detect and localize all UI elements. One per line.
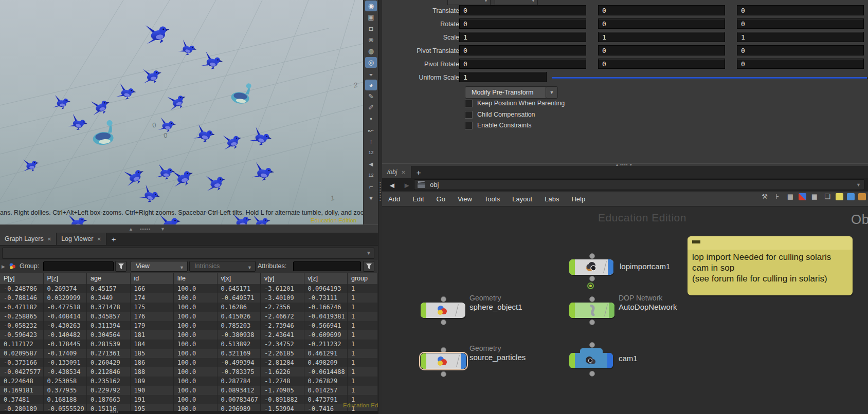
menu-labs[interactable]: Labs [538,195,565,203]
node-output-connector[interactable] [441,371,446,377]
gallery-icon[interactable] [858,193,866,200]
view-dropdown[interactable]: View ▼ [131,261,188,272]
horizontal-scrollbar[interactable]: ▪▪▪▪ [0,411,378,414]
checkbox-keep-position[interactable]: Keep Position When Parenting [465,99,565,107]
node-output-connector[interactable] [589,371,595,377]
primitive-marker-icon[interactable]: ◄ [365,159,377,170]
corner-handle-icon[interactable]: ⌐ [365,181,377,192]
hook-marker-icon[interactable]: ↜ [365,125,377,136]
checkbox-child-compensation[interactable]: Child Compensation [465,110,535,119]
parameter-field[interactable]: 0 [598,18,725,29]
sphere-shade-icon[interactable]: ◍ [365,46,377,57]
menu-go[interactable]: Go [430,195,451,203]
node-flag-badge[interactable] [587,283,594,289]
column-header[interactable]: id [131,273,174,284]
attributes-input[interactable] [293,261,361,271]
forward-arrow-icon[interactable]: ► [396,181,411,190]
table-row[interactable]: -0.596423-0.1404820.304564181100.0-0.380… [0,330,378,340]
grid-view-icon[interactable]: ▦ [810,193,819,201]
node-input-connector[interactable] [589,296,595,302]
scrollbar-handle[interactable]: ▪▪▪▪ [110,409,119,414]
parameter-field[interactable]: 1 [598,32,725,42]
node-input-connector[interactable] [441,347,446,353]
select-draw-icon[interactable]: ✎ [365,91,377,102]
node-bypass-tab[interactable] [421,353,426,369]
node-display-tab[interactable] [607,353,613,368]
expand-arrow-icon[interactable]: ▶ [2,264,5,269]
node-bypass-tab[interactable] [569,353,575,368]
add-tab-button[interactable]: + [106,233,121,245]
tab-log-viewer[interactable]: Log Viewer ✕ [57,233,106,245]
lightbulb-icon[interactable]: ◎ [365,57,377,68]
node-input-connector[interactable] [441,296,446,302]
node-input-connector[interactable] [589,342,595,348]
node-output-connector[interactable] [589,276,595,281]
group-filter-icon[interactable] [115,261,126,272]
intrinsics-dropdown[interactable]: Intrinsics ▼ [189,261,256,272]
table-row[interactable]: 0.1691810.3779350.229792190100.00.089341… [0,386,378,395]
close-icon[interactable]: ✕ [47,236,51,242]
column-header[interactable]: v[z] [304,273,348,284]
menu-tools[interactable]: Tools [478,195,506,203]
node-display-tab[interactable] [609,303,614,318]
uniform-scale-slider[interactable] [552,77,867,79]
menu-edit[interactable]: Edit [406,195,430,203]
node-display-tab[interactable] [608,259,613,275]
table-row[interactable]: -0.058232-0.4302630.311394179100.00.7852… [0,321,378,330]
menu-help[interactable]: Help [565,195,591,203]
checkbox-box[interactable] [465,111,473,119]
sticky-note-icon[interactable] [836,193,843,200]
paint-draw-icon[interactable]: ✐ [365,102,377,113]
parameter-field[interactable]: 1 [737,32,864,42]
column-header[interactable]: v[y] [261,273,304,284]
preset-dropdown-partial[interactable]: ▼ [447,0,491,5]
group-input[interactable] [43,261,114,271]
pin-marker-icon[interactable]: ↑ [365,136,377,147]
menu-add[interactable]: Add [382,195,406,203]
parameter-field[interactable]: 0 [459,45,586,55]
sticky-note[interactable]: lop import Needed for culling solariscam… [688,236,853,295]
checkbox-enable-constraints[interactable]: Enable Constraints [465,121,532,129]
node-bypass-tab[interactable] [569,259,575,275]
parameter-field[interactable]: 0 [598,59,725,69]
lock-icon[interactable]: ◘ [365,23,377,34]
table-row[interactable]: -0.0427577-0.4385340.212846188100.0-0.78… [0,367,378,377]
table-row[interactable]: 0.374810.1681880.187663191100.00.0078346… [0,395,378,404]
node-input-connector[interactable] [589,253,595,259]
column-header[interactable]: P[z] [44,273,87,284]
node-source-particles[interactable] [421,353,466,369]
primitive-number-icon[interactable]: 12 [365,170,377,181]
window-layout-icon[interactable]: ❏ [823,193,832,201]
pretransform-dropdown-arrow[interactable]: ▼ [546,86,558,99]
tools-icon[interactable]: ⚒ [760,193,769,201]
table-row[interactable]: -0.2487860.2693740.45157166100.00.645171… [0,284,378,293]
preset-dropdown-partial[interactable]: ▼ [495,0,538,5]
node-lopimportcam1[interactable] [569,259,613,275]
column-header[interactable]: group [348,273,378,284]
column-header[interactable]: age [87,273,131,284]
column-header[interactable]: v[x] [218,273,261,284]
node-bypass-tab[interactable] [569,303,575,318]
snap-icon[interactable]: ▣ [365,12,377,23]
modify-pretransform-button[interactable]: Modify Pre-Transform [465,86,552,99]
point-marker-icon[interactable]: • [365,114,377,124]
menu-view[interactable]: View [451,195,478,203]
checkbox-box[interactable] [465,122,473,129]
background-image-icon[interactable] [847,193,855,200]
close-icon[interactable]: ✕ [401,170,405,175]
parameter-field[interactable]: 0 [459,18,586,29]
table-row[interactable]: -0.471182-0.4775180.371478175100.00.1628… [0,303,378,312]
textured-shade-icon[interactable]: ◕ [365,80,377,90]
table-row[interactable]: -0.373166-0.1330910.260429186100.0-0.499… [0,358,378,367]
parameter-field[interactable]: 0 [459,59,586,69]
node-output-connector[interactable] [589,319,595,325]
list-view-icon[interactable]: ▤ [786,193,795,201]
table-row[interactable]: 0.0209587-0.174090.271361185100.00.32116… [0,349,378,358]
attributes-filter-icon[interactable] [363,261,374,272]
tree-view-icon[interactable]: ⊦ [773,193,782,201]
add-tab-button[interactable]: + [411,166,426,178]
node-selector-dropdown[interactable]: ▼ [2,248,374,259]
splitter-drag-handle[interactable]: ▪▪▪▪▪ [140,226,151,232]
column-header[interactable]: life [174,273,218,284]
sticky-note-header[interactable] [688,236,853,250]
